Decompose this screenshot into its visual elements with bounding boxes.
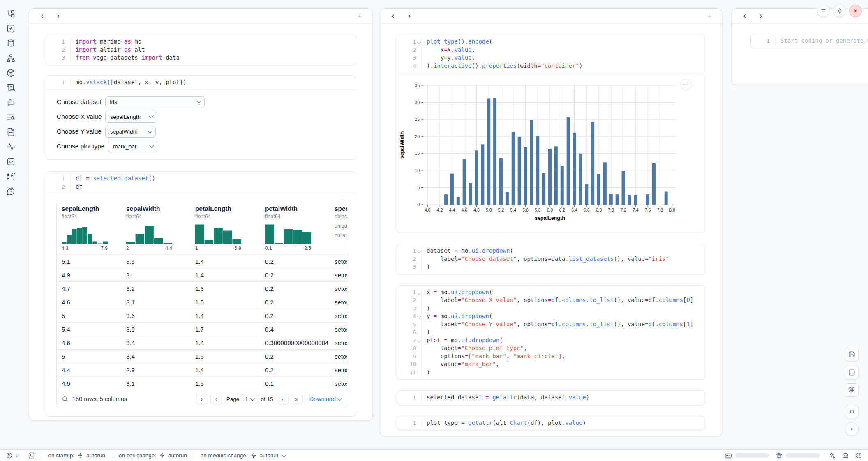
last-page-button[interactable]: »	[291, 394, 303, 404]
chevron-left-icon[interactable]	[37, 12, 46, 21]
code-line[interactable]: 4).interactive().properties(width="conta…	[397, 62, 705, 70]
fold-chevron-icon[interactable]	[417, 339, 421, 343]
settings-button[interactable]	[833, 5, 846, 17]
bar[interactable]	[475, 150, 478, 205]
bar[interactable]	[585, 184, 588, 205]
code-line[interactable]: 1import marimo as mo	[46, 38, 356, 46]
bar[interactable]	[628, 195, 631, 205]
save-button[interactable]	[845, 348, 859, 361]
cell-dataframe[interactable]: 1df = selected_dataset()2df sepalLengthf…	[46, 171, 356, 417]
bar[interactable]	[609, 194, 613, 205]
bar[interactable]	[591, 122, 594, 205]
code-line[interactable]: 1x = mo.ui.dropdown(	[397, 288, 705, 297]
cell-xy-plot-dropdowns[interactable]: 1x = mo.ui.dropdown(2 label="Choose X va…	[397, 285, 705, 380]
fold-chevron-icon[interactable]	[417, 249, 421, 254]
app-view-button[interactable]	[845, 366, 859, 379]
keyboard-shortcuts-button[interactable]: ⌘	[845, 383, 859, 397]
sidebar-item-scratchpad[interactable]	[5, 171, 16, 182]
runtime-config-2[interactable]: on cell change:autorun	[119, 452, 187, 459]
code-line[interactable]: 1plot_type().encode(	[397, 38, 705, 46]
cell-chart[interactable]: 1plot_type().encode(2 x=x.value,3 y=y.va…	[397, 35, 705, 233]
code-line[interactable]: 6)	[397, 328, 705, 337]
fold-chevron-icon[interactable]	[417, 315, 421, 319]
bar[interactable]	[444, 194, 448, 205]
cell-plot-type[interactable]: 1plot_type = getattr(alt.Chart(df), plot…	[397, 416, 705, 431]
code-line[interactable]: 7plot = mo.ui.dropdown(	[397, 337, 705, 345]
terminal-button[interactable]	[28, 452, 35, 459]
altair-bar-chart[interactable]: 051015202530354.04.24.44.64.85.05.25.45.…	[397, 73, 705, 221]
sidebar-item-file-tree[interactable]	[5, 8, 16, 19]
bar[interactable]	[554, 146, 558, 205]
sidebar-item-package[interactable]	[5, 67, 16, 78]
bar[interactable]	[536, 136, 539, 205]
table-row[interactable]: 4.42.91.40.2setosa	[57, 363, 347, 376]
column-histogram[interactable]	[62, 224, 108, 244]
column-histogram[interactable]	[265, 224, 311, 244]
dropdown-choose-plot-type[interactable]: mark_bar	[108, 141, 157, 152]
code-line[interactable]: 11)	[397, 369, 705, 377]
code-line[interactable]: 2 label="Choose X value", options=df.col…	[397, 296, 705, 304]
runtime-config-3[interactable]: on module change:autorun	[201, 452, 286, 459]
column-header-petalLength[interactable]: petalLengthfloat6416.9	[195, 205, 265, 251]
bar[interactable]	[646, 194, 649, 205]
sidebar-item-file-text[interactable]	[5, 127, 16, 137]
bar[interactable]	[469, 183, 472, 205]
bar[interactable]	[493, 98, 496, 205]
code-line[interactable]: 1plot_type = getattr(alt.Chart(df), plot…	[397, 419, 705, 427]
table-row[interactable]: 4.63.11.50.2setosa	[57, 295, 347, 309]
column-header-species[interactable]: speciesobjectunique:nulls:	[335, 205, 347, 251]
cell-vstack[interactable]: 1mo.vstack([dataset, x, y, plot]) Choose…	[46, 75, 356, 160]
search-icon[interactable]	[62, 396, 68, 402]
connection-status-button[interactable]	[855, 452, 862, 459]
chevron-right-icon[interactable]	[54, 12, 63, 21]
sidebar-item-database[interactable]	[5, 38, 16, 48]
code-line[interactable]: 1mo.vstack([dataset, x, y, plot])	[46, 78, 356, 87]
bar[interactable]	[579, 154, 582, 205]
bar[interactable]	[573, 133, 576, 205]
code-line[interactable]: 10 value="mark_bar",	[397, 360, 705, 369]
bar[interactable]	[622, 171, 625, 205]
bar[interactable]	[548, 149, 552, 205]
dropdown-choose-y-value[interactable]: sepalWidth	[105, 126, 156, 138]
menu-button[interactable]	[817, 5, 830, 17]
column-histogram[interactable]	[126, 224, 172, 244]
sidebar-item-chat-bot[interactable]	[5, 97, 16, 108]
fold-chevron-icon[interactable]	[417, 40, 421, 44]
error-counter[interactable]: 0	[6, 452, 19, 459]
bar[interactable]	[530, 120, 533, 205]
code-line[interactable]: 4y = mo.ui.dropdown(	[397, 312, 705, 320]
page-select[interactable]: 1	[242, 394, 257, 404]
fold-chevron-icon[interactable]	[417, 290, 421, 295]
bar[interactable]	[481, 144, 484, 205]
chevron-right-icon[interactable]	[756, 12, 765, 21]
code-line[interactable]: 1selected_dataset = getattr(data, datase…	[397, 394, 705, 402]
bar[interactable]	[487, 98, 490, 205]
runtime-config-1[interactable]: on startup:autorun	[48, 452, 106, 459]
ai-sparkles-button[interactable]	[829, 452, 836, 459]
code-line[interactable]: 1dataset = mo.ui.dropdown(	[397, 247, 705, 255]
table-row[interactable]: 5.43.91.70.4setosa	[57, 322, 347, 336]
table-row[interactable]: 53.41.50.2setosa	[57, 349, 347, 363]
code-line[interactable]: 3)	[397, 263, 705, 271]
code-line[interactable]: 9 options=["mark_bar", "mark_circle"],	[397, 353, 705, 361]
bar[interactable]	[506, 192, 509, 205]
chevron-right-icon[interactable]	[405, 12, 414, 21]
first-page-button[interactable]: «	[196, 394, 208, 404]
bar[interactable]	[518, 137, 521, 205]
prev-page-button[interactable]: ‹	[210, 394, 222, 404]
cell-empty-ai[interactable]: 1 Start coding or generate with AI	[750, 34, 868, 48]
chart-actions-button[interactable]	[680, 79, 692, 90]
bar[interactable]	[542, 173, 545, 205]
code-line[interactable]: 3from vega_datasets import data	[46, 54, 356, 62]
shutdown-button[interactable]	[849, 5, 862, 17]
table-row[interactable]: 4.93.11.50.1setosa	[57, 376, 347, 390]
cell-selected-dataset[interactable]: 1selected_dataset = getattr(data, datase…	[397, 390, 705, 405]
code-line[interactable]: 3 y=y.value,	[397, 54, 705, 62]
table-row[interactable]: 53.61.40.2setosa	[57, 309, 347, 322]
table-row[interactable]: 5.13.51.40.2setosa	[57, 254, 347, 268]
frame-button[interactable]	[845, 405, 859, 418]
bar[interactable]	[457, 197, 460, 205]
add-cell-button[interactable]	[704, 12, 713, 21]
sidebar-item-sitemap[interactable]	[5, 53, 16, 63]
column-header-sepalWidth[interactable]: sepalWidthfloat6424.4	[126, 205, 195, 251]
